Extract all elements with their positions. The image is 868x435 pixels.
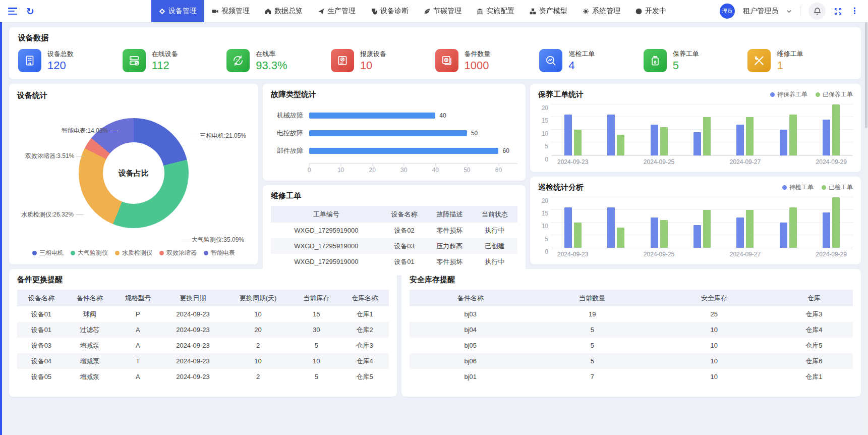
bar[interactable]	[651, 125, 658, 155]
bar[interactable]	[780, 223, 787, 248]
bar-group	[767, 104, 809, 155]
bar[interactable]	[746, 117, 754, 155]
stat-label: 保养工单	[673, 49, 699, 59]
bar[interactable]	[617, 228, 624, 248]
collapsed-sidebar-strip[interactable]	[0, 22, 2, 435]
nav-item-production-mgmt[interactable]: 生产管理	[310, 0, 363, 22]
axis-tick: 10	[542, 223, 548, 230]
legend-item[interactable]: 已保养工单	[816, 90, 853, 99]
legend-dot-icon	[782, 185, 787, 190]
nav-item-system-mgmt[interactable]: 系统管理	[575, 0, 628, 22]
bar[interactable]	[823, 212, 830, 248]
bar[interactable]	[693, 132, 701, 155]
stat-online-rate[interactable]: 在线率 93.3%	[226, 49, 331, 72]
axis-tick: 40	[432, 167, 439, 174]
legend-item[interactable]: 双效浓缩器	[159, 249, 197, 257]
nav-label: 数据总览	[274, 7, 303, 16]
bar[interactable]	[832, 197, 840, 248]
stat-inspection-orders[interactable]: 巡检工单 4	[539, 49, 644, 72]
legend-dot-icon	[32, 251, 37, 255]
bar[interactable]	[693, 225, 701, 248]
bar[interactable]	[789, 207, 797, 248]
user-avatar[interactable]: 理员	[720, 4, 735, 19]
bar-value: 40	[439, 112, 446, 119]
nav-item-asset-model[interactable]: 资产模型	[522, 0, 575, 22]
legend-item[interactable]: 智能电表	[204, 249, 235, 257]
more-options-icon[interactable]: ⋮	[850, 9, 859, 13]
legend-item[interactable]: 待检工单	[782, 183, 814, 192]
stat-total-devices[interactable]: 设备总数 120	[18, 49, 123, 72]
bar[interactable]	[607, 115, 615, 155]
bar[interactable]	[617, 135, 624, 155]
compass-icon	[635, 8, 642, 15]
bar-value: 50	[471, 130, 478, 137]
cell: 零件损坏	[427, 223, 472, 238]
nav-item-data-overview[interactable]: 数据总览	[257, 0, 310, 22]
fault-type-bar-chart[interactable]: 机械故障40电控故障50部件故障600102030405060	[271, 99, 517, 175]
fullscreen-icon[interactable]	[834, 7, 842, 16]
bar[interactable]	[660, 220, 668, 248]
cell: 设备01	[17, 322, 66, 338]
bar[interactable]	[789, 115, 797, 155]
legend-item[interactable]: 已检工单	[822, 183, 853, 192]
bar-track: 60	[309, 148, 517, 154]
oil-can-icon	[644, 49, 667, 72]
nav-item-device-mgmt[interactable]: 设备管理	[151, 0, 204, 22]
bar[interactable]	[703, 210, 711, 248]
cell: bj06	[410, 353, 532, 369]
axis-tick: 5	[545, 236, 548, 243]
user-name[interactable]: 租户管理员	[743, 7, 778, 16]
chevron-down-icon[interactable]	[786, 9, 792, 14]
table-row: WXGD_17295919000设备02零件损坏执行中	[271, 223, 517, 238]
nav-item-in-development[interactable]: 开发中	[628, 0, 674, 22]
cell: 5	[532, 353, 654, 369]
bar[interactable]	[703, 117, 711, 155]
stat-repair-orders[interactable]: 维修工单 1	[747, 49, 852, 72]
bar[interactable]	[651, 218, 658, 248]
legend-item[interactable]: 水质检测仪	[115, 249, 152, 257]
device-ratio-donut-chart[interactable]: 设备占比 三相电机:21.05% 大气监测仪:35.09% 水质检测仪:26.3…	[17, 100, 250, 246]
table-row: bj04510仓库4	[410, 322, 853, 338]
stat-value: 93.3%	[256, 60, 287, 72]
bar[interactable]	[564, 115, 572, 155]
legend-item[interactable]: 待保养工单	[770, 90, 807, 99]
stat-online-devices[interactable]: 在线设备 112	[123, 49, 227, 72]
cell: 19	[532, 306, 654, 322]
nav-label: 节碳管理	[433, 7, 461, 16]
bar[interactable]	[660, 127, 668, 155]
bar[interactable]	[607, 207, 615, 248]
bar[interactable]	[780, 130, 787, 155]
nav-item-carbon-mgmt[interactable]: 节碳管理	[416, 0, 469, 22]
stat-scrapped-devices[interactable]: 报废设备 10	[331, 49, 435, 72]
nav-item-impl-config[interactable]: 实施配置	[469, 0, 522, 22]
bar[interactable]	[564, 207, 572, 248]
nav-item-device-diagnosis[interactable]: 设备诊断	[363, 0, 416, 22]
cell: T	[114, 353, 162, 369]
maintenance-bar-chart[interactable]: 051015202024-09-232024-09-252024-09-2720…	[538, 99, 853, 166]
cell: 已创建	[472, 238, 517, 254]
nav-item-video-mgmt[interactable]: 视频管理	[204, 0, 257, 22]
menu-toggle-icon[interactable]	[8, 8, 17, 15]
cell: 5	[292, 338, 340, 353]
bar[interactable]	[309, 113, 435, 119]
bar[interactable]	[832, 104, 840, 155]
notification-bell-icon[interactable]	[808, 3, 826, 20]
pie-legend: 三相电机大气监测仪水质检测仪双效浓缩器智能电表	[17, 246, 250, 257]
cell: 2	[224, 369, 293, 385]
inspection-bar-chart[interactable]: 051015202024-09-232024-09-252024-09-2720…	[538, 192, 853, 259]
refresh-icon[interactable]: ↻	[26, 7, 34, 16]
scrollbar[interactable]	[864, 22, 868, 435]
stat-spare-parts[interactable]: 备件数量 1000	[435, 49, 540, 72]
bar[interactable]	[309, 130, 467, 136]
device-icon	[159, 8, 165, 15]
bar[interactable]	[823, 120, 830, 155]
bar[interactable]	[746, 210, 754, 248]
stat-maintenance-orders[interactable]: 保养工单 5	[644, 49, 748, 72]
legend-item[interactable]: 大气监测仪	[71, 249, 108, 257]
legend-item[interactable]: 三相电机	[32, 249, 64, 257]
bar[interactable]	[574, 130, 582, 155]
bar[interactable]	[309, 148, 498, 154]
bar[interactable]	[574, 223, 582, 248]
bar[interactable]	[736, 218, 744, 248]
bar[interactable]	[736, 125, 744, 155]
